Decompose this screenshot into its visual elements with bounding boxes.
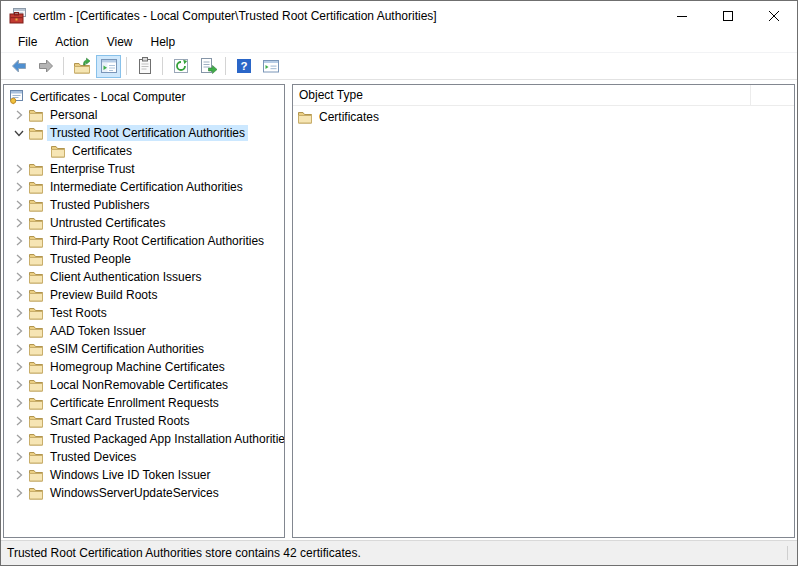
toolbar-separator (63, 57, 64, 75)
menu-view[interactable]: View (98, 33, 142, 51)
help-icon[interactable]: ? (231, 55, 256, 78)
title-bar[interactable]: certlm - [Certificates - Local Computer\… (1, 1, 797, 31)
tree-item-label: Preview Build Roots (47, 287, 160, 303)
chevron-right-icon[interactable] (10, 215, 28, 231)
tree-item[interactable]: Trusted Devices (4, 448, 284, 466)
toolbar-separator (162, 57, 163, 75)
folder-icon (28, 287, 45, 303)
column-header-object-type[interactable]: Object Type (293, 85, 751, 105)
chevron-right-icon[interactable] (10, 251, 28, 267)
up-one-level-icon[interactable] (69, 55, 94, 78)
close-icon[interactable] (751, 1, 797, 31)
action-pane-icon[interactable] (258, 55, 283, 78)
chevron-right-icon[interactable] (10, 431, 28, 447)
tree-item[interactable]: Windows Live ID Token Issuer (4, 466, 284, 484)
tree-item[interactable]: Smart Card Trusted Roots (4, 412, 284, 430)
svg-text:?: ? (240, 60, 247, 72)
chevron-empty (32, 143, 50, 159)
tree-item-label: Windows Live ID Token Issuer (47, 467, 214, 483)
tree-item[interactable]: Certificates (4, 142, 284, 160)
chevron-right-icon[interactable] (10, 161, 28, 177)
folder-icon (28, 251, 45, 267)
status-text: Trusted Root Certification Authorities s… (7, 546, 361, 560)
tree-item[interactable]: Trusted Publishers (4, 196, 284, 214)
tree-item[interactable]: Intermediate Certification Authorities (4, 178, 284, 196)
tree-item[interactable]: AAD Token Issuer (4, 322, 284, 340)
tree-item[interactable]: Third-Party Root Certification Authoriti… (4, 232, 284, 250)
certlm-window: certlm - [Certificates - Local Computer\… (0, 0, 798, 566)
clipboard-icon[interactable] (132, 55, 157, 78)
folder-icon (28, 161, 45, 177)
tree-item-label: Test Roots (47, 305, 110, 321)
tree-item-label: Certificate Enrollment Requests (47, 395, 222, 411)
chevron-right-icon[interactable] (10, 287, 28, 303)
menu-help[interactable]: Help (142, 33, 185, 51)
forward-icon[interactable] (33, 55, 58, 78)
menu-file[interactable]: File (9, 33, 46, 51)
chevron-right-icon[interactable] (10, 359, 28, 375)
folder-icon (28, 179, 45, 195)
export-list-icon[interactable] (195, 55, 220, 78)
tree-item[interactable]: Personal (4, 106, 284, 124)
console-root-icon (8, 89, 25, 105)
chevron-right-icon[interactable] (10, 305, 28, 321)
chevron-right-icon[interactable] (10, 395, 28, 411)
chevron-right-icon[interactable] (10, 269, 28, 285)
tree-item[interactable]: Test Roots (4, 304, 284, 322)
tree-item-label: Certificates (69, 143, 135, 159)
folder-icon (28, 467, 45, 483)
list-item-label: Certificates (316, 109, 382, 125)
result-list-pane: Object Type Certificates (292, 84, 795, 538)
tree-item[interactable]: eSIM Certification Authorities (4, 340, 284, 358)
tree-item-label: Homegroup Machine Certificates (47, 359, 228, 375)
back-icon[interactable] (6, 55, 31, 78)
tree-item-label: Client Authentication Issuers (47, 269, 204, 285)
menu-action[interactable]: Action (46, 33, 97, 51)
folder-icon (28, 233, 45, 249)
tree-item[interactable]: Local NonRemovable Certificates (4, 376, 284, 394)
chevron-right-icon[interactable] (10, 449, 28, 465)
chevron-right-icon[interactable] (10, 485, 28, 501)
tree-item[interactable]: Certificate Enrollment Requests (4, 394, 284, 412)
chevron-right-icon[interactable] (10, 413, 28, 429)
minimize-icon[interactable] (659, 1, 705, 31)
chevron-right-icon[interactable] (10, 179, 28, 195)
tree-item-label: Untrusted Certificates (47, 215, 168, 231)
chevron-right-icon[interactable] (10, 341, 28, 357)
tree-item[interactable]: Trusted Root Certification Authorities (4, 124, 284, 142)
status-bar-grip (787, 546, 788, 560)
tree-item[interactable]: Trusted Packaged App Installation Author… (4, 430, 284, 448)
tree-item[interactable]: Untrusted Certificates (4, 214, 284, 232)
toolbar: ? (1, 53, 797, 80)
tree-item[interactable]: Client Authentication Issuers (4, 268, 284, 286)
chevron-right-icon[interactable] (10, 323, 28, 339)
tree-item[interactable]: Homegroup Machine Certificates (4, 358, 284, 376)
tree-item-label: WindowsServerUpdateServices (47, 485, 222, 501)
tree-item[interactable]: Preview Build Roots (4, 286, 284, 304)
tree-item-label: Trusted Root Certification Authorities (47, 125, 248, 141)
chevron-right-icon[interactable] (10, 197, 28, 213)
tree-item[interactable]: Certificates - Local Computer (4, 88, 284, 106)
folder-icon (28, 269, 45, 285)
refresh-icon[interactable] (168, 55, 193, 78)
window-title: certlm - [Certificates - Local Computer\… (33, 9, 437, 23)
chevron-right-icon[interactable] (10, 377, 28, 393)
list-item[interactable]: Certificates (293, 108, 794, 126)
tree-item-label: Trusted Devices (47, 449, 139, 465)
tree-item-label: Third-Party Root Certification Authoriti… (47, 233, 267, 249)
chevron-down-icon[interactable] (10, 125, 28, 141)
tree-item[interactable]: WindowsServerUpdateServices (4, 484, 284, 502)
chevron-right-icon[interactable] (10, 233, 28, 249)
folder-icon (28, 485, 45, 501)
tree-item[interactable]: Trusted People (4, 250, 284, 268)
chevron-right-icon[interactable] (10, 107, 28, 123)
pane-splitter[interactable] (285, 84, 292, 538)
console-tree-pane: Certificates - Local ComputerPersonalTru… (3, 84, 285, 538)
tree-item[interactable]: Enterprise Trust (4, 160, 284, 178)
tree-item-label: Local NonRemovable Certificates (47, 377, 231, 393)
folder-icon (28, 377, 45, 393)
chevron-right-icon[interactable] (10, 467, 28, 483)
maximize-icon[interactable] (705, 1, 751, 31)
show-console-tree-icon[interactable] (96, 55, 121, 78)
folder-icon (28, 359, 45, 375)
